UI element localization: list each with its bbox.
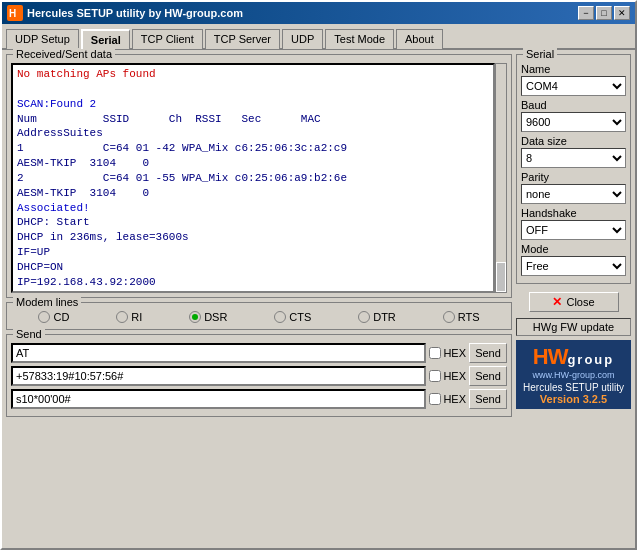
tab-test-mode[interactable]: Test Mode	[325, 29, 394, 49]
terminal-line: AddressSuites	[17, 126, 489, 141]
title-bar: H Hercules SETUP utility by HW-group.com…	[2, 2, 635, 24]
terminal-line: DHCP=ON	[17, 260, 489, 275]
close-x-icon: ✕	[552, 295, 562, 309]
hex-label-2: HEX	[443, 370, 466, 382]
serial-datasize-select[interactable]: 8 7 6 5	[521, 148, 626, 168]
received-sent-label: Received/Sent data	[13, 48, 115, 60]
serial-handshake-label: Handshake	[521, 207, 626, 219]
serial-datasize-label: Data size	[521, 135, 626, 147]
serial-handshake-select[interactable]: OFF ON	[521, 220, 626, 240]
scrollbar-thumb[interactable]	[496, 262, 506, 292]
serial-baud-field: Baud 9600 4800 19200 38400 57600 115200	[521, 99, 626, 132]
terminal-line: IF=UP	[17, 245, 489, 260]
serial-name-select[interactable]: COM4 COM1 COM2 COM3	[521, 76, 626, 96]
website-text: www.HW-group.com	[518, 370, 629, 380]
ri-label: RI	[131, 311, 142, 323]
hw-text: HW	[533, 344, 568, 369]
terminal-line: DHCP: Start	[17, 215, 489, 230]
window-title: Hercules SETUP utility by HW-group.com	[27, 7, 243, 19]
hex-checkbox-1[interactable]	[429, 347, 441, 359]
terminal-wrapper: No matching APs found SCAN:Found 2 Num S…	[11, 63, 507, 293]
version-text: Version 3.2.5	[518, 393, 629, 405]
send-input-2[interactable]	[11, 366, 426, 386]
tab-bar: UDP Setup Serial TCP Client TCP Server U…	[2, 24, 635, 50]
modem-group: Modem lines CD RI DSR	[6, 302, 512, 330]
hex-checkbox-3[interactable]	[429, 393, 441, 405]
rts-radio[interactable]	[443, 311, 455, 323]
terminal-line: No matching APs found	[17, 67, 489, 82]
serial-parity-select[interactable]: none odd even mark space	[521, 184, 626, 204]
tab-tcp-client[interactable]: TCP Client	[132, 29, 203, 49]
send-button-3[interactable]: Send	[469, 389, 507, 409]
send-row-3: HEX Send	[11, 389, 507, 409]
tab-udp-setup[interactable]: UDP Setup	[6, 29, 79, 49]
serial-close-button[interactable]: ✕ Close	[529, 292, 619, 312]
serial-datasize-field: Data size 8 7 6 5	[521, 135, 626, 168]
modem-group-label: Modem lines	[13, 296, 81, 308]
send-button-2[interactable]: Send	[469, 366, 507, 386]
serial-name-field: Name COM4 COM1 COM2 COM3	[521, 63, 626, 96]
serial-parity-field: Parity none odd even mark space	[521, 171, 626, 204]
maximize-button[interactable]: □	[596, 6, 612, 20]
cts-indicator: CTS	[274, 311, 311, 323]
fw-update-button[interactable]: HWg FW update	[516, 318, 631, 336]
dtr-indicator: DTR	[358, 311, 396, 323]
hex-check-1: HEX	[429, 347, 466, 359]
cd-indicator: CD	[38, 311, 69, 323]
terminal-scrollbar[interactable]	[495, 63, 507, 293]
dsr-indicator: DSR	[189, 311, 227, 323]
terminal-line: NM=255.255.255.0	[17, 290, 489, 293]
tab-udp[interactable]: UDP	[282, 29, 323, 49]
hex-check-2: HEX	[429, 370, 466, 382]
main-window: H Hercules SETUP utility by HW-group.com…	[0, 0, 637, 550]
hex-checkbox-2[interactable]	[429, 370, 441, 382]
serial-mode-field: Mode Free Fixed	[521, 243, 626, 276]
close-btn-panel: ✕ Close	[516, 292, 631, 312]
group-text: group	[567, 352, 614, 367]
hex-label-1: HEX	[443, 347, 466, 359]
svg-text:H: H	[9, 8, 16, 19]
terminal[interactable]: No matching APs found SCAN:Found 2 Num S…	[11, 63, 495, 293]
send-input-1[interactable]	[11, 343, 426, 363]
serial-panel-label: Serial	[523, 48, 557, 60]
tab-about[interactable]: About	[396, 29, 443, 49]
serial-mode-select[interactable]: Free Fixed	[521, 256, 626, 276]
hw-group-logo: HWgroup www.HW-group.com Hercules SETUP …	[516, 340, 631, 409]
window-close-button[interactable]: ✕	[614, 6, 630, 20]
minimize-button[interactable]: −	[578, 6, 594, 20]
terminal-line: AESM-TKIP 3104 0	[17, 156, 489, 171]
main-content: Received/Sent data No matching APs found…	[2, 50, 635, 548]
send-group: Send HEX Send HEX Send	[6, 334, 512, 417]
left-panel: Received/Sent data No matching APs found…	[6, 54, 512, 544]
cd-label: CD	[53, 311, 69, 323]
cts-radio[interactable]	[274, 311, 286, 323]
dtr-label: DTR	[373, 311, 396, 323]
close-btn-label: Close	[566, 296, 594, 308]
app-icon: H	[7, 5, 23, 21]
terminal-line: 2 C=64 01 -55 WPA_Mix c0:25:06:a9:b2:6e	[17, 171, 489, 186]
serial-baud-select[interactable]: 9600 4800 19200 38400 57600 115200	[521, 112, 626, 132]
cd-radio[interactable]	[38, 311, 50, 323]
dsr-radio[interactable]	[189, 311, 201, 323]
serial-panel: Serial Name COM4 COM1 COM2 COM3 Baud 960…	[516, 54, 631, 284]
tab-tcp-server[interactable]: TCP Server	[205, 29, 280, 49]
send-row-2: HEX Send	[11, 366, 507, 386]
terminal-line: IP=192.168.43.92:2000	[17, 275, 489, 290]
serial-handshake-field: Handshake OFF ON	[521, 207, 626, 240]
right-panel: Serial Name COM4 COM1 COM2 COM3 Baud 960…	[516, 54, 631, 544]
tab-serial[interactable]: Serial	[81, 29, 130, 49]
dsr-label: DSR	[204, 311, 227, 323]
serial-parity-label: Parity	[521, 171, 626, 183]
send-button-1[interactable]: Send	[469, 343, 507, 363]
hex-label-3: HEX	[443, 393, 466, 405]
terminal-line: Num SSID Ch RSSI Sec MAC	[17, 112, 489, 127]
rts-label: RTS	[458, 311, 480, 323]
serial-baud-label: Baud	[521, 99, 626, 111]
terminal-line: 1 C=64 01 -42 WPA_Mix c6:25:06:3c:a2:c9	[17, 141, 489, 156]
ri-radio[interactable]	[116, 311, 128, 323]
rts-indicator: RTS	[443, 311, 480, 323]
app-name-text: Hercules SETUP utility	[518, 382, 629, 393]
dtr-radio[interactable]	[358, 311, 370, 323]
terminal-line: DHCP in 236ms, lease=3600s	[17, 230, 489, 245]
send-input-3[interactable]	[11, 389, 426, 409]
